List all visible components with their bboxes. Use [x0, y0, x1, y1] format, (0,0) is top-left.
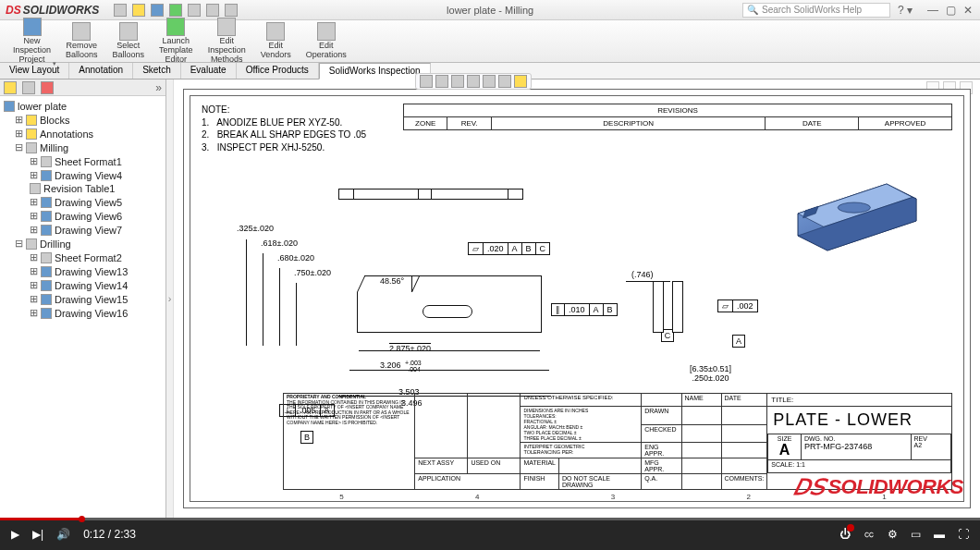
table-icon	[30, 183, 41, 194]
tab-annotation[interactable]: Annotation	[69, 63, 133, 79]
tree-item[interactable]: ⊞Drawing View14	[4, 278, 162, 292]
section-view-icon[interactable]	[467, 75, 480, 88]
edit-operations-button[interactable]: Edit Operations	[299, 20, 354, 62]
options-icon[interactable]	[225, 4, 238, 17]
view-icon	[41, 308, 52, 319]
launch-template-editor-button[interactable]: Launch Template Editor	[152, 16, 201, 67]
format-icon	[41, 156, 52, 167]
restore-icon[interactable]: ▢	[946, 4, 956, 17]
drawing-notes: NOTE: 1. ANODIZE BLUE PER XYZ-50. 2. BRE…	[202, 104, 366, 153]
save-icon[interactable]	[151, 4, 164, 17]
zoom-area-icon[interactable]	[435, 75, 448, 88]
gdt-flatness-020: ▱.020ABC	[468, 242, 550, 255]
edit-vendors-button[interactable]: Edit Vendors	[253, 20, 299, 62]
tree-item[interactable]: ⊞Drawing View7	[4, 223, 162, 237]
view-icon	[41, 266, 52, 277]
panel-menu-icon[interactable]: »	[155, 81, 162, 94]
tree-item[interactable]: ⊞Drawing View5	[4, 195, 162, 209]
revision-table: REVISIONS ZONE REV. DESCRIPTION DATE APP…	[403, 104, 952, 130]
ref-dimension-746: (.746)	[631, 270, 654, 279]
dim-line	[359, 350, 540, 351]
ribbon: New Inspection Project▾ Remove Balloons …	[0, 20, 980, 63]
tree-item[interactable]: ⊞Sheet Format1	[4, 154, 162, 168]
tree-item[interactable]: ⊞Drawing View4	[4, 168, 162, 182]
inspection-methods-icon	[217, 18, 236, 36]
progress-bar[interactable]	[0, 518, 980, 520]
print-icon[interactable]	[169, 4, 182, 17]
tab-solidworks-inspection[interactable]: SolidWorks Inspection	[319, 63, 431, 79]
ext-line	[279, 268, 280, 346]
tree-milling[interactable]: ⊟Milling	[4, 141, 162, 154]
isometric-view	[783, 165, 931, 276]
rebuild-icon[interactable]	[206, 4, 219, 17]
drawing-sheet: NOTE: 1. ANODIZE BLUE PER XYZ-50. 2. BRE…	[183, 89, 971, 508]
tree-item[interactable]: ⊞Drawing View16	[4, 306, 162, 320]
new-icon[interactable]	[114, 4, 127, 17]
view-icon	[41, 211, 52, 222]
feature-tree[interactable]: lower plate ⊞Blocks ⊞Annotations ⊟Millin…	[0, 96, 165, 518]
close-icon[interactable]: ✕	[963, 4, 973, 17]
volume-icon[interactable]: 🔊	[56, 528, 70, 541]
open-icon[interactable]	[132, 4, 145, 17]
ext-line	[246, 239, 247, 346]
tree-item[interactable]: ⊞Drawing View13	[4, 264, 162, 278]
new-inspection-project-button[interactable]: New Inspection Project▾	[6, 16, 58, 67]
tree-blocks[interactable]: ⊞Blocks	[4, 113, 162, 127]
quick-access-toolbar	[104, 4, 238, 17]
tree-item[interactable]: ⊞Drawing View6	[4, 209, 162, 223]
hide-show-icon[interactable]	[498, 75, 511, 88]
video-player-bar: ▶ ▶| 🔊 0:12 / 2:33 ⏻ ㏄ ⚙ ▭ ▬ ⛶	[0, 518, 980, 550]
edit-inspection-methods-button[interactable]: Edit Inspection Methods	[201, 16, 253, 67]
edit-sheet-icon[interactable]	[514, 75, 527, 88]
property-manager-icon[interactable]	[22, 81, 35, 94]
tree-drilling[interactable]: ⊟Drilling	[4, 237, 162, 251]
remove-balloons-button[interactable]: Remove Balloons	[58, 20, 105, 62]
captions-button[interactable]: ㏄	[864, 526, 875, 542]
autoplay-toggle[interactable]: ⏻	[839, 528, 851, 541]
feature-tree-icon[interactable]	[4, 81, 17, 94]
configuration-manager-icon[interactable]	[41, 81, 54, 94]
inspection-project-icon	[23, 18, 42, 36]
dim-635: [6.35±0.51] .250±.020	[690, 364, 731, 383]
gdt-parallelism-010: ∥.010AB	[551, 303, 618, 316]
time-display: 0:12 / 2:33	[83, 528, 136, 541]
view-icon	[41, 225, 52, 236]
feature-manager-panel: » lower plate ⊞Blocks ⊞Annotations ⊟Mill…	[0, 79, 166, 518]
select-balloons-button[interactable]: Select Balloons	[105, 20, 153, 62]
vertical-dimensions: .325±.020 .618±.020 .680±.020 .750±.020	[237, 224, 331, 283]
prev-view-icon[interactable]	[451, 75, 464, 88]
display-style-icon[interactable]	[483, 75, 496, 88]
tree-item[interactable]: Revision Table1	[4, 182, 162, 195]
drawing-canvas[interactable]: NOTE: 1. ANODIZE BLUE PER XYZ-50. 2. BRE…	[174, 79, 980, 518]
zoom-fit-icon[interactable]	[420, 75, 433, 88]
undo-icon[interactable]	[188, 4, 201, 17]
zone-numbers: 54321	[274, 493, 952, 501]
sheet-icon	[26, 142, 37, 153]
search-input[interactable]: 🔍 Search SolidWorks Help	[742, 3, 890, 18]
help-menu[interactable]: ? ▾	[890, 4, 920, 17]
panel-splitter[interactable]: ›	[166, 79, 174, 518]
format-icon	[41, 252, 52, 263]
minimize-icon[interactable]: —	[927, 4, 938, 17]
remove-balloons-icon	[72, 22, 91, 41]
theater-icon[interactable]: ▬	[934, 528, 945, 541]
tree-item[interactable]: ⊞Sheet Format2	[4, 251, 162, 264]
view-icon	[41, 294, 52, 305]
ext-line	[296, 283, 297, 346]
playhead-icon[interactable]	[79, 516, 85, 522]
tree-item[interactable]: ⊞Drawing View15	[4, 292, 162, 306]
svg-point-3	[838, 202, 870, 213]
heads-up-view-toolbar	[415, 73, 532, 90]
tree-root[interactable]: lower plate	[4, 100, 162, 113]
play-button[interactable]: ▶	[11, 528, 19, 541]
ds-mark-icon: DS	[6, 4, 23, 17]
search-placeholder: Search SolidWorks Help	[762, 5, 862, 15]
miniplayer-icon[interactable]: ▭	[911, 528, 921, 541]
next-button[interactable]: ▶|	[32, 528, 43, 541]
drawing-title: PLATE - LOWER	[767, 407, 951, 434]
fullscreen-icon[interactable]: ⛶	[958, 528, 969, 541]
window-controls: — ▢ ✕	[920, 4, 980, 17]
side-view	[653, 281, 683, 335]
tree-annotations[interactable]: ⊞Annotations	[4, 127, 162, 141]
settings-icon[interactable]: ⚙	[888, 528, 898, 541]
